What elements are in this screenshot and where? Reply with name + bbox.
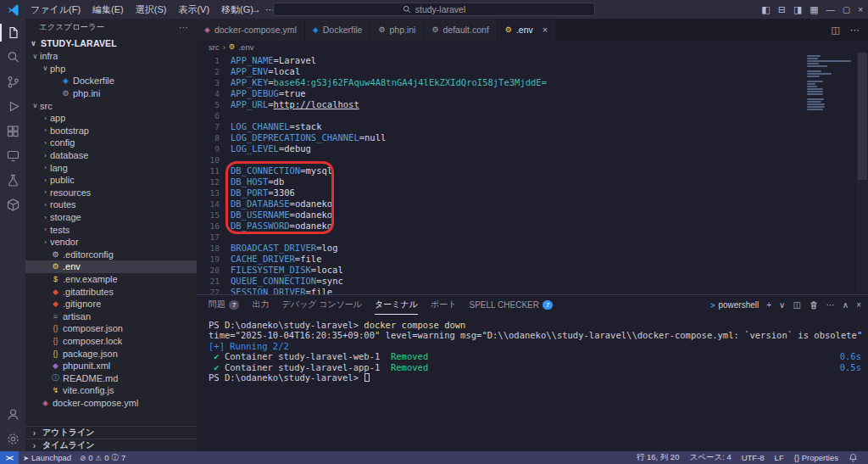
- minimize-button[interactable]: —: [826, 5, 835, 14]
- tree-item-database[interactable]: ›database: [25, 149, 197, 162]
- panel-tab-3[interactable]: ターミナル: [375, 295, 418, 315]
- eol-setting[interactable]: LF: [770, 453, 789, 462]
- tree-item-composer.lock[interactable]: {}composer.lock: [25, 335, 197, 348]
- tree-item-app[interactable]: ›app: [25, 112, 197, 125]
- maximize-panel-icon[interactable]: ∧: [843, 300, 849, 310]
- tree-item-infra[interactable]: ∨infra: [25, 50, 197, 63]
- back-button[interactable]: ←: [231, 0, 241, 19]
- terminal-shell[interactable]: > powershell: [710, 300, 759, 310]
- tree-item-Dockerfile[interactable]: ◈Dockerfile: [25, 75, 197, 87]
- minimap[interactable]: [807, 55, 854, 111]
- workspace-root[interactable]: ∨ STUDY-LARAVEL: [25, 36, 197, 50]
- menu-item-2[interactable]: 選択(S): [130, 0, 173, 19]
- activity-extensions-icon[interactable]: [0, 119, 25, 143]
- toggle-secondary-sidebar-icon[interactable]: ◨: [793, 4, 802, 15]
- panel-tab-1[interactable]: 出力: [252, 295, 269, 315]
- activity-docker-icon[interactable]: [0, 193, 25, 217]
- cursor-position[interactable]: 行 16, 列 20: [632, 452, 685, 463]
- close-tab-icon[interactable]: ×: [542, 25, 548, 35]
- tree-item-label: infra: [40, 51, 58, 61]
- tree-item-phpunit.xml[interactable]: ◆phpunit.xml: [25, 360, 197, 372]
- tree-item-vendor[interactable]: ›vendor: [25, 236, 197, 249]
- tree-item-tests[interactable]: ›tests: [25, 223, 197, 236]
- notifications-bell-icon[interactable]: [843, 453, 863, 462]
- tree-item-config[interactable]: ›config: [25, 137, 197, 149]
- line-number: 13: [197, 187, 231, 198]
- menu-item-1[interactable]: 編集(E): [86, 0, 130, 19]
- outline-section[interactable]: › アウトライン: [25, 426, 197, 439]
- command-center-search[interactable]: study-laravel: [273, 3, 595, 16]
- panel-tab-5[interactable]: SPELL CHECKER7: [470, 295, 554, 315]
- close-window-button[interactable]: ×: [858, 5, 863, 14]
- tree-item-.editorconfig[interactable]: ⚙.editorconfig: [25, 249, 197, 261]
- tree-item-bootstrap[interactable]: ›bootstrap: [25, 125, 197, 137]
- tree-item-vite.config.js[interactable]: ↯vite.config.js: [25, 384, 197, 397]
- more-actions-icon[interactable]: ⋯: [850, 25, 860, 36]
- info-icon: ⓘ: [111, 453, 119, 463]
- customize-layout-icon[interactable]: ▦: [810, 4, 818, 15]
- editor-tab-.env[interactable]: ⚙.env×: [498, 19, 556, 41]
- tree-item-php.ini[interactable]: ⚙php.ini: [25, 87, 197, 100]
- toggle-panel-icon[interactable]: ⊟: [778, 4, 786, 15]
- tree-item-.gitattributes[interactable]: ◆.gitattributes: [25, 285, 197, 298]
- editor-scrollbar[interactable]: [857, 53, 868, 294]
- tree-item-docker-compose.yml[interactable]: ◈docker-compose.yml: [25, 397, 197, 410]
- tree-item-routes[interactable]: ›routes: [25, 198, 197, 211]
- activity-testing-icon[interactable]: [0, 168, 25, 193]
- editor[interactable]: 1APP_NAME=Laravel2APP_ENV=local3APP_KEY=…: [197, 53, 868, 294]
- more-actions-icon[interactable]: ⋯: [179, 22, 188, 33]
- tree-item-public[interactable]: ›public: [25, 174, 197, 187]
- tree-item-php[interactable]: ∨php: [25, 63, 197, 75]
- tree-item-storage[interactable]: ›storage: [25, 211, 197, 224]
- tree-item-composer.json[interactable]: {}composer.json: [25, 322, 197, 335]
- forward-button[interactable]: →: [251, 0, 261, 19]
- line-number: 16: [197, 221, 231, 232]
- indent-setting[interactable]: スペース: 4: [684, 452, 736, 463]
- tree-item-resources[interactable]: ›resources: [25, 187, 197, 199]
- menu-item-0[interactable]: ファイル(F): [25, 0, 86, 19]
- code-token: stack: [295, 121, 322, 132]
- tree-item-src[interactable]: ∨src: [25, 99, 197, 112]
- launchpad-button[interactable]: ➤ Launchpad: [19, 453, 75, 462]
- activity-search-icon[interactable]: [0, 45, 25, 70]
- split-terminal-icon[interactable]: ◫: [793, 300, 800, 310]
- tree-item-.env[interactable]: ⚙.env: [25, 260, 197, 273]
- panel-tab-2[interactable]: デバッグ コンソール: [281, 295, 362, 315]
- editor-tab-Dockerfile[interactable]: ◈Dockerfile: [305, 19, 371, 41]
- more-actions-icon[interactable]: ⋯: [826, 300, 835, 310]
- activity-remote-explorer-icon[interactable]: [0, 143, 25, 168]
- problems-summary[interactable]: ⊘ 0 ⚠ 0 ⓘ 7: [75, 453, 130, 463]
- panel-tab-0[interactable]: 問題7: [209, 295, 239, 315]
- breadcrumb-file[interactable]: .env: [238, 42, 253, 52]
- breadcrumb-folder[interactable]: src: [209, 42, 220, 52]
- panel-tab-4[interactable]: ポート: [431, 295, 456, 315]
- kill-terminal-icon[interactable]: [809, 300, 819, 310]
- activity-source-control-icon[interactable]: [0, 70, 25, 94]
- tree-item-package.json[interactable]: {}package.json: [25, 347, 197, 360]
- new-terminal-icon[interactable]: +: [766, 300, 771, 310]
- terminal[interactable]: PS D:\odaneko\study-laravel> docker comp…: [209, 320, 861, 450]
- remote-indicator[interactable]: ><: [0, 451, 19, 464]
- menu-item-3[interactable]: 表示(V): [172, 0, 215, 19]
- chevron-down-icon[interactable]: ∨: [779, 300, 785, 310]
- activity-run-debug-icon[interactable]: [0, 94, 25, 119]
- timeline-section[interactable]: › タイムライン: [25, 439, 197, 451]
- tree-item-lang[interactable]: ›lang: [25, 161, 197, 174]
- scrollbar-thumb[interactable]: [858, 53, 867, 180]
- close-panel-icon[interactable]: ×: [856, 300, 861, 310]
- tree-item-artisan[interactable]: ≡artisan: [25, 310, 197, 322]
- tree-item-.gitignore[interactable]: ◆.gitignore: [25, 298, 197, 310]
- language-mode[interactable]: {} Properties: [789, 453, 843, 462]
- split-editor-icon[interactable]: ◫: [832, 25, 840, 36]
- encoding[interactable]: UTF-8: [737, 453, 770, 462]
- toggle-sidebar-icon[interactable]: ◧: [761, 4, 770, 15]
- activity-explorer-icon[interactable]: [0, 20, 25, 45]
- tree-item-README.md[interactable]: ⓘREADME.md: [25, 372, 197, 384]
- account-icon[interactable]: [0, 402, 25, 427]
- editor-tab-docker-compose.yml[interactable]: ◈docker-compose.yml: [197, 19, 305, 41]
- editor-tab-default.conf[interactable]: ⚙default.conf: [424, 19, 497, 41]
- settings-gear-icon[interactable]: [0, 427, 25, 451]
- maximize-button[interactable]: ▢: [843, 5, 850, 14]
- tree-item-.env.example[interactable]: $.env.example: [25, 273, 197, 286]
- editor-tab-php.ini[interactable]: ⚙php.ini: [370, 19, 424, 41]
